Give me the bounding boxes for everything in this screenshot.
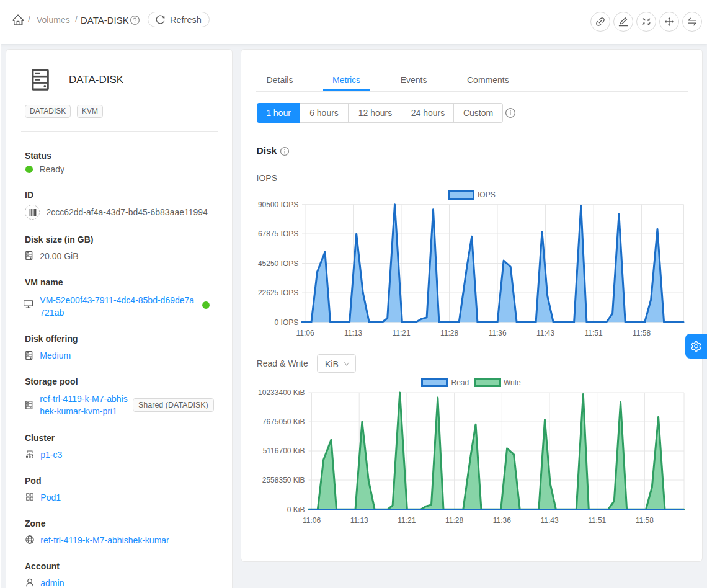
- svg-text:11:43: 11:43: [536, 329, 554, 337]
- svg-text:11:36: 11:36: [493, 516, 511, 525]
- svg-text:11:51: 11:51: [584, 329, 602, 337]
- svg-text:7675050 KiB: 7675050 KiB: [262, 417, 305, 426]
- svg-text:67875 IOPS: 67875 IOPS: [258, 229, 298, 238]
- svg-text:11:58: 11:58: [633, 329, 651, 337]
- svg-text:11:06: 11:06: [296, 329, 314, 337]
- svg-text:11:28: 11:28: [440, 329, 458, 337]
- svg-text:5116700 KiB: 5116700 KiB: [263, 447, 305, 455]
- svg-text:11:21: 11:21: [392, 329, 410, 337]
- svg-text:0 KiB: 0 KiB: [287, 506, 305, 514]
- svg-text:11:43: 11:43: [540, 516, 558, 525]
- svg-text:45250 IOPS: 45250 IOPS: [258, 259, 298, 268]
- svg-text:11:06: 11:06: [303, 516, 321, 525]
- svg-text:11:58: 11:58: [636, 516, 654, 525]
- svg-text:2558350 KiB: 2558350 KiB: [262, 476, 305, 484]
- svg-text:11:13: 11:13: [344, 329, 362, 337]
- svg-text:10233400 KiB: 10233400 KiB: [258, 388, 305, 397]
- svg-text:22625 IOPS: 22625 IOPS: [258, 288, 298, 297]
- svg-text:11:13: 11:13: [350, 516, 368, 525]
- svg-text:90500 IOPS: 90500 IOPS: [258, 200, 298, 209]
- svg-text:11:28: 11:28: [445, 516, 463, 525]
- svg-text:11:51: 11:51: [588, 516, 606, 525]
- svg-text:11:21: 11:21: [398, 516, 416, 525]
- svg-text:0 IOPS: 0 IOPS: [275, 318, 299, 327]
- svg-text:11:36: 11:36: [488, 329, 506, 337]
